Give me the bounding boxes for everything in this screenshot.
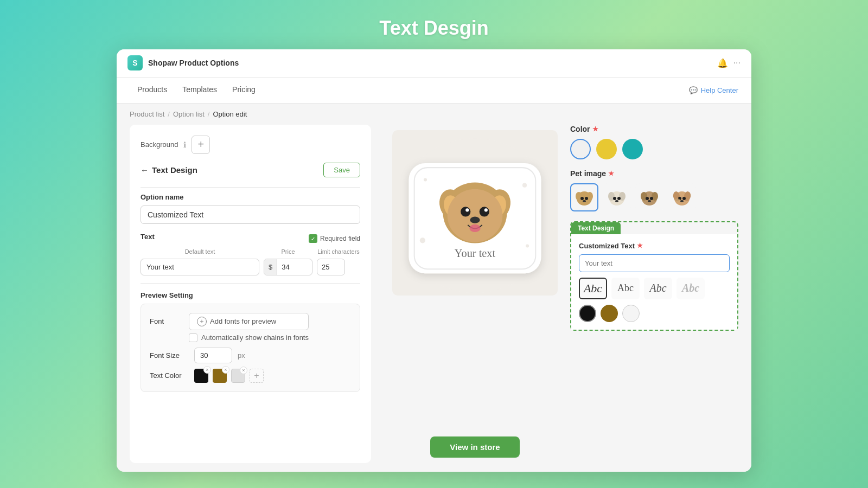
back-arrow-icon: ← — [141, 165, 149, 175]
svg-point-18 — [420, 237, 425, 243]
bell-icon[interactable]: 🔔 — [717, 58, 728, 68]
breadcrumb-product-list[interactable]: Product list — [130, 110, 164, 118]
color-yellow[interactable] — [596, 139, 617, 159]
title-bar: S Shopaw Product Options 🔔 ··· — [117, 49, 751, 78]
color-swatch-black[interactable]: × — [194, 369, 208, 383]
help-center-link[interactable]: 💬 Help Center — [689, 86, 738, 94]
svg-point-44 — [675, 198, 680, 202]
dollar-sign: $ — [264, 259, 277, 275]
breadcrumb-option-list[interactable]: Option list — [173, 110, 205, 118]
default-text-col-label: Default text — [141, 248, 259, 255]
color-swatch-brown[interactable]: × — [213, 369, 227, 383]
pet-image-4[interactable] — [668, 183, 696, 211]
font-style-3[interactable]: Abc — [644, 278, 672, 299]
color-teal[interactable] — [622, 139, 643, 159]
product-image: Your text — [392, 130, 558, 296]
pet-image-3[interactable] — [635, 183, 663, 211]
remove-color-brown[interactable]: × — [222, 366, 229, 374]
color-section-title: Color ★ — [570, 125, 738, 133]
pet-image-2[interactable] — [603, 183, 631, 211]
option-name-input[interactable] — [141, 206, 360, 224]
svg-point-8 — [448, 189, 503, 242]
nav-templates[interactable]: Templates — [175, 78, 225, 103]
svg-point-37 — [648, 200, 651, 202]
text-design-tab: Text Design — [571, 222, 621, 234]
mini-color-brown[interactable] — [601, 305, 618, 322]
nav-bar: Products Templates Pricing 💬 Help Center — [117, 78, 751, 104]
circle-plus-icon: + — [197, 317, 207, 326]
right-panel: Color ★ Pet image ★ — [570, 125, 738, 463]
background-section: Background ℹ + — [141, 136, 360, 154]
svg-point-19 — [526, 244, 529, 247]
page-title: Text Desgin — [379, 17, 488, 40]
svg-point-29 — [613, 197, 616, 200]
background-label: Background — [141, 140, 178, 149]
svg-point-12 — [484, 208, 488, 211]
view-in-store-button[interactable]: View in store — [430, 436, 519, 458]
preview-setting-label: Preview Setting — [141, 291, 360, 299]
font-row: Font + Add fonts for preview Automatical… — [150, 313, 351, 342]
add-fonts-button[interactable]: + Add fonts for preview — [189, 313, 309, 330]
font-style-2[interactable]: Abc — [611, 278, 640, 299]
font-style-1[interactable]: Abc — [579, 278, 607, 299]
default-text-input[interactable] — [141, 259, 259, 275]
required-checkbox[interactable]: ✓ — [309, 234, 317, 243]
mini-color-white[interactable] — [622, 305, 640, 322]
font-style-4[interactable]: Abc — [676, 278, 705, 299]
preview-box: Font + Add fonts for preview Automatical… — [141, 304, 360, 392]
save-button[interactable]: Save — [323, 163, 360, 177]
pet-image-1[interactable] — [570, 183, 598, 211]
remove-color-light[interactable]: × — [240, 367, 247, 374]
nav-products[interactable]: Products — [130, 78, 175, 103]
mini-color-black[interactable] — [579, 305, 596, 322]
main-content: Background ℹ + ← Text Design Save Option… — [117, 125, 751, 472]
svg-point-17 — [522, 183, 527, 187]
color-section: Color ★ — [570, 125, 738, 159]
left-panel: Background ℹ + ← Text Design Save Option… — [130, 125, 371, 463]
svg-point-24 — [585, 197, 588, 200]
font-size-input[interactable] — [194, 348, 232, 363]
background-info-icon: ℹ — [183, 140, 186, 149]
pet-image-section: Pet image ★ — [570, 169, 738, 211]
text-preview-input[interactable] — [579, 254, 730, 272]
pet-image-title: Pet image ★ — [570, 169, 738, 178]
pet-images — [570, 183, 738, 211]
limit-input[interactable] — [317, 259, 345, 275]
color-white[interactable] — [570, 139, 591, 159]
font-size-row: Font Size px — [150, 348, 351, 363]
svg-point-16 — [424, 178, 427, 181]
color-swatch-light[interactable]: × — [231, 369, 245, 383]
font-size-label: Font Size — [150, 351, 189, 359]
nav-pricing[interactable]: Pricing — [225, 78, 263, 103]
more-icon[interactable]: ··· — [733, 58, 741, 68]
auto-chain-checkbox[interactable] — [189, 333, 197, 342]
help-icon: 💬 — [689, 86, 698, 94]
text-color-row: Text Color × × × + — [150, 369, 351, 383]
price-input[interactable] — [277, 259, 303, 275]
back-button[interactable]: ← Text Design — [141, 165, 197, 175]
font-label: Font — [150, 317, 182, 325]
remove-color-black[interactable]: × — [203, 366, 211, 374]
app-logo: S — [127, 55, 143, 70]
option-name-label: Option name — [141, 193, 360, 201]
price-input-wrap: $ — [264, 259, 312, 275]
preview-section: Preview Setting Font + Add fonts for pre… — [141, 291, 360, 392]
text-label: Text — [141, 233, 155, 241]
text-row-header: Text ✓ Required field — [141, 233, 360, 245]
customized-text-label: Customized Text ★ — [579, 242, 730, 250]
font-controls: + Add fonts for preview Automatically sh… — [189, 313, 309, 342]
breadcrumb: Product list / Option list / Option edit — [117, 104, 751, 125]
app-name: Shopaw Product Options — [148, 59, 717, 67]
color-options — [570, 139, 738, 159]
pillow-svg: Your text — [392, 130, 558, 296]
text-design-card: Text Design Customized Text ★ Abc Abc Ab… — [570, 221, 738, 331]
background-add-button[interactable]: + — [192, 136, 210, 154]
svg-point-36 — [650, 197, 653, 200]
svg-point-30 — [617, 197, 621, 200]
svg-point-10 — [480, 207, 489, 216]
svg-point-25 — [583, 200, 586, 202]
add-color-button[interactable]: + — [250, 369, 264, 383]
text-color-label: Text Color — [150, 371, 189, 380]
auto-chain-row: Automatically show chains in fonts — [189, 333, 309, 342]
svg-point-13 — [470, 216, 480, 223]
